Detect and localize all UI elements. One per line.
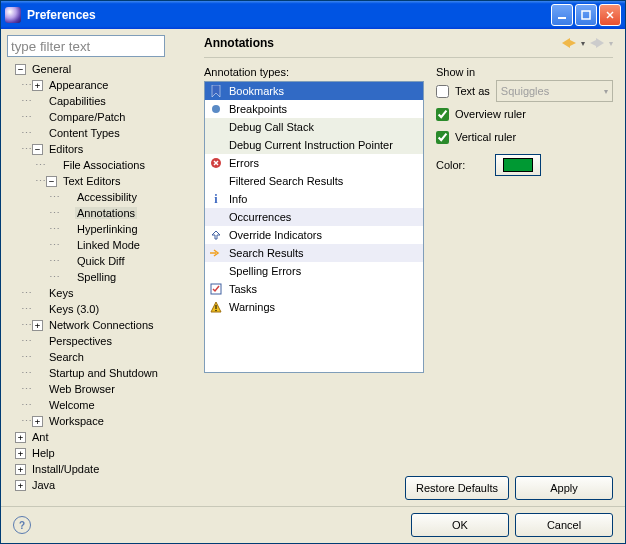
title-bar: Preferences (1, 1, 625, 29)
list-item-breakpoints[interactable]: Breakpoints (205, 100, 423, 118)
list-item-filtered-search[interactable]: Filtered Search Results (205, 172, 423, 190)
show-in-label: Show in (436, 66, 613, 78)
blank-icon (209, 138, 223, 152)
text-as-combo: Squiggles▾ (496, 80, 613, 102)
text-as-checkbox[interactable] (436, 85, 449, 98)
tree-node-accessibility[interactable]: ⋯Accessibility (7, 189, 192, 205)
color-picker-button[interactable] (495, 154, 541, 176)
color-label: Color: (436, 159, 465, 171)
right-pane: Annotations ▾ ▾ Annotation types: Bookma… (198, 29, 625, 506)
preferences-window: Preferences −General ⋯+Appearance ⋯Capab… (0, 0, 626, 544)
tree-node-netconn[interactable]: ⋯+Network Connections (7, 317, 192, 333)
warning-icon (209, 300, 223, 314)
tree-node-keys[interactable]: ⋯Keys (7, 285, 192, 301)
tree-node-java[interactable]: +Java (7, 477, 192, 493)
overview-ruler-label: Overview ruler (455, 108, 526, 120)
apply-button[interactable]: Apply (515, 476, 613, 500)
tree-node-hyperlinking[interactable]: ⋯Hyperlinking (7, 221, 192, 237)
svg-rect-0 (558, 17, 566, 19)
bookmark-icon (209, 84, 223, 98)
tree-node-appearance[interactable]: ⋯+Appearance (7, 77, 192, 93)
tree-node-spelling[interactable]: ⋯Spelling (7, 269, 192, 285)
bottom-bar: ? OK Cancel (1, 506, 625, 543)
cancel-button[interactable]: Cancel (515, 513, 613, 537)
blank-icon (209, 264, 223, 278)
tree-node-annotations[interactable]: ⋯Annotations (7, 205, 192, 221)
list-item-search-results[interactable]: Search Results (205, 244, 423, 262)
info-icon: i (209, 192, 223, 206)
list-item-occurrences[interactable]: Occurrences (205, 208, 423, 226)
tree-node-install[interactable]: +Install/Update (7, 461, 192, 477)
tree-node-fileassoc[interactable]: ⋯File Associations (7, 157, 192, 173)
color-swatch (503, 158, 533, 172)
preference-tree[interactable]: −General ⋯+Appearance ⋯Capabilities ⋯Com… (7, 61, 192, 500)
page-content: Annotation types: Bookmarks Breakpoints … (204, 66, 613, 468)
tree-node-contenttypes[interactable]: ⋯Content Types (7, 125, 192, 141)
help-icon[interactable]: ? (13, 516, 31, 534)
breakpoint-icon (209, 102, 223, 116)
list-item-bookmarks[interactable]: Bookmarks (205, 82, 423, 100)
tree-node-workspace[interactable]: ⋯+Workspace (7, 413, 192, 429)
restore-defaults-button[interactable]: Restore Defaults (405, 476, 509, 500)
filter-input[interactable] (7, 35, 165, 57)
search-result-icon (209, 246, 223, 260)
client-area: −General ⋯+Appearance ⋯Capabilities ⋯Com… (1, 29, 625, 506)
tree-node-general[interactable]: −General (7, 61, 192, 77)
annotation-types-label: Annotation types: (204, 66, 424, 78)
tree-node-compare[interactable]: ⋯Compare/Patch (7, 109, 192, 125)
list-item-info[interactable]: iInfo (205, 190, 423, 208)
blank-icon (209, 174, 223, 188)
error-icon (209, 156, 223, 170)
override-icon (209, 228, 223, 242)
task-icon (209, 282, 223, 296)
list-item-debug-call-stack[interactable]: Debug Call Stack (205, 118, 423, 136)
tree-node-help[interactable]: +Help (7, 445, 192, 461)
svg-point-10 (215, 310, 216, 311)
tree-node-welcome[interactable]: ⋯Welcome (7, 397, 192, 413)
page-header: Annotations ▾ ▾ (204, 35, 613, 58)
minimize-button[interactable] (551, 4, 573, 26)
tree-node-editors[interactable]: ⋯−Editors (7, 141, 192, 157)
blank-icon (209, 210, 223, 224)
tree-node-startup[interactable]: ⋯Startup and Shutdown (7, 365, 192, 381)
vertical-ruler-label: Vertical ruler (455, 131, 516, 143)
chevron-down-icon: ▾ (604, 87, 608, 96)
window-title: Preferences (27, 8, 551, 22)
tree-node-keys30[interactable]: ⋯Keys (3.0) (7, 301, 192, 317)
tree-node-capabilities[interactable]: ⋯Capabilities (7, 93, 192, 109)
svg-rect-1 (582, 11, 590, 19)
list-item-errors[interactable]: Errors (205, 154, 423, 172)
forward-button (589, 35, 605, 51)
svg-point-4 (212, 105, 220, 113)
close-button[interactable] (599, 4, 621, 26)
tree-node-perspectives[interactable]: ⋯Perspectives (7, 333, 192, 349)
ok-button[interactable]: OK (411, 513, 509, 537)
tree-node-texteditors[interactable]: ⋯−Text Editors (7, 173, 192, 189)
eclipse-icon (5, 7, 21, 23)
list-item-warnings[interactable]: Warnings (205, 298, 423, 316)
tree-node-linkedmode[interactable]: ⋯Linked Mode (7, 237, 192, 253)
blank-icon (209, 120, 223, 134)
page-title: Annotations (204, 36, 561, 50)
text-as-label: Text as (455, 85, 490, 97)
list-item-spelling[interactable]: Spelling Errors (205, 262, 423, 280)
tree-node-webbrowser[interactable]: ⋯Web Browser (7, 381, 192, 397)
list-item-debug-instruction-pointer[interactable]: Debug Current Instruction Pointer (205, 136, 423, 154)
annotation-types-list[interactable]: Bookmarks Breakpoints Debug Call Stack D… (204, 81, 424, 373)
vertical-ruler-checkbox[interactable] (436, 131, 449, 144)
maximize-button[interactable] (575, 4, 597, 26)
back-button[interactable] (561, 35, 577, 51)
tree-node-quickdiff[interactable]: ⋯Quick Diff (7, 253, 192, 269)
list-item-override[interactable]: Override Indicators (205, 226, 423, 244)
dropdown-icon: ▾ (609, 39, 613, 48)
tree-node-search[interactable]: ⋯Search (7, 349, 192, 365)
tree-node-ant[interactable]: +Ant (7, 429, 192, 445)
dropdown-icon[interactable]: ▾ (581, 39, 585, 48)
left-pane: −General ⋯+Appearance ⋯Capabilities ⋯Com… (1, 29, 198, 506)
overview-ruler-checkbox[interactable] (436, 108, 449, 121)
list-item-tasks[interactable]: Tasks (205, 280, 423, 298)
